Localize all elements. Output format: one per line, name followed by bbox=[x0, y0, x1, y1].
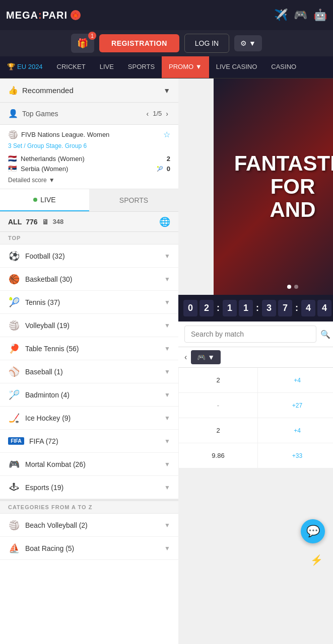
nav-label-casino: CASINO bbox=[271, 63, 296, 70]
top-games-left: 👤 Top Games bbox=[8, 109, 58, 118]
login-button[interactable]: LOG IN bbox=[184, 34, 229, 53]
lightning-icon: ⚡ bbox=[310, 554, 323, 566]
sport-name-mortal-kombat: Mortal Kombat (26) bbox=[25, 460, 86, 468]
badminton-icon: 🏸 bbox=[8, 389, 20, 400]
countdown-sep2: : bbox=[255, 303, 260, 313]
sport-item-football[interactable]: ⚽ Football (32) ▼ bbox=[0, 245, 178, 268]
live-sports-tabs: LIVE SPORTS bbox=[0, 189, 178, 212]
sport-left-mortal-kombat: 🎮 Mortal Kombat (26) bbox=[8, 459, 86, 470]
top-games-prev-button[interactable]: ‹ bbox=[145, 109, 151, 119]
sport-item-volleyball[interactable]: 🏐 Volleyball (19) ▼ bbox=[0, 314, 178, 337]
odds-cell-4-2[interactable]: +33 bbox=[257, 443, 333, 468]
nav-label-sports: SPORTS bbox=[128, 63, 155, 70]
team1-score-value: 2 bbox=[167, 155, 170, 163]
ice-hockey-icon: 🏒 bbox=[8, 413, 20, 424]
team2-score: 🎾 0 bbox=[157, 165, 170, 173]
cat-name-boat-racing: Boat Racing (5) bbox=[25, 544, 74, 552]
odds-cell-1-2[interactable]: +4 bbox=[257, 368, 333, 392]
globe-icon: 🌐 bbox=[159, 216, 170, 227]
gift-button[interactable]: 🎁 1 bbox=[71, 34, 94, 53]
sport-item-table-tennis[interactable]: 🏓 Table Tennis (56) ▼ bbox=[0, 337, 178, 360]
top-games-next-button[interactable]: › bbox=[164, 109, 170, 119]
filter-bar: ‹ 🎮 ▼ bbox=[178, 347, 333, 368]
chat-button[interactable]: 💬 bbox=[301, 519, 325, 543]
sport-item-esports[interactable]: 🕹 Esports (19) ▼ bbox=[0, 476, 178, 499]
chevron-icon-cat-boat-racing: ▼ bbox=[164, 545, 170, 552]
filter-gamepad-button[interactable]: 🎮 ▼ bbox=[191, 350, 221, 364]
sport-name-tennis: Tennis (37) bbox=[25, 298, 60, 306]
star-icon[interactable]: ☆ bbox=[163, 130, 170, 139]
nav-item-sports[interactable]: SPORTS bbox=[121, 56, 162, 78]
nav-item-casino[interactable]: CASINO bbox=[264, 56, 303, 78]
odds-cell-1-1[interactable]: 2 bbox=[178, 368, 257, 392]
sport-name-baseball: Baseball (1) bbox=[25, 368, 63, 376]
recommended-label: Recommended bbox=[22, 86, 74, 95]
banner-line1: FANTASTIC bbox=[234, 151, 333, 175]
filter-chevron-left-icon[interactable]: ‹ bbox=[184, 353, 187, 362]
nav-item-live[interactable]: LIVE bbox=[93, 56, 121, 78]
settings-button[interactable]: ⚙ ▼ bbox=[234, 35, 262, 51]
sport-item-mortal-kombat[interactable]: 🎮 Mortal Kombat (26) ▼ bbox=[0, 453, 178, 476]
banner-area: FANTASTIC FOR AND › bbox=[214, 78, 333, 295]
odds-row-2: - +27 bbox=[178, 393, 333, 418]
odds-cell-2-1[interactable]: - bbox=[178, 393, 257, 418]
odds-row-3: 2 +4 bbox=[178, 418, 333, 443]
table-tennis-icon: 🏓 bbox=[8, 343, 20, 354]
odds-row-4: 9.86 +33 bbox=[178, 443, 333, 468]
countdown-d0: 0 bbox=[183, 300, 197, 316]
sport-name-esports: Esports (19) bbox=[25, 484, 63, 492]
odds-cell-2-2[interactable]: +27 bbox=[257, 393, 333, 418]
team2-info: 🇷🇸 Serbia (Women) bbox=[8, 165, 68, 173]
main-area: 👍 Recommended ▼ 👤 Top Games ‹ 1/5 › 🏐 FI bbox=[0, 78, 333, 644]
tab-sports[interactable]: SPORTS bbox=[89, 189, 178, 211]
nav-item-promo[interactable]: PROMO ▼ bbox=[162, 56, 209, 78]
nav-item-live-casino[interactable]: LIVE CASINO bbox=[209, 56, 264, 78]
header-icons: ✈️ 🎮 🤖 bbox=[274, 9, 327, 22]
odds-cell-3-2[interactable]: +4 bbox=[257, 418, 333, 443]
nav-label-promo: PROMO ▼ bbox=[169, 63, 202, 70]
top-games-label: Top Games bbox=[22, 110, 58, 118]
sport-item-baseball[interactable]: ⚾ Baseball (1) ▼ bbox=[0, 360, 178, 383]
nav-label-live: LIVE bbox=[100, 63, 114, 70]
cat-left-boat-racing: ⛵ Boat Racing (5) bbox=[8, 543, 74, 554]
all-count-left: ALL 776 🖥 348 bbox=[8, 218, 63, 226]
chevron-icon-ice-hockey: ▼ bbox=[164, 415, 170, 422]
sport-left-tennis: 🎾 Tennis (37) bbox=[8, 297, 60, 308]
sport-left-esports: 🕹 Esports (19) bbox=[8, 482, 63, 493]
nav-item-eu2024[interactable]: 🏆 EU 2024 bbox=[0, 56, 50, 78]
sport-item-ice-hockey[interactable]: 🏒 Ice Hockey (9) ▼ bbox=[0, 407, 178, 430]
sport-name-ice-hockey: Ice Hockey (9) bbox=[25, 414, 71, 422]
search-input[interactable] bbox=[184, 326, 316, 343]
football-icon: ⚽ bbox=[8, 251, 20, 262]
nav-label-cricket: CRICKET bbox=[57, 63, 86, 70]
chevron-icon-fifa: ▼ bbox=[164, 438, 170, 445]
odds-cell-4-1[interactable]: 9.86 bbox=[178, 443, 257, 468]
odds-cell-3-1[interactable]: 2 bbox=[178, 418, 257, 443]
cat-name-beach-volleyball: Beach Volleyball (2) bbox=[25, 521, 88, 529]
chevron-icon-football: ▼ bbox=[164, 253, 170, 260]
match-card: 🏐 FIVB Nations League. Women ☆ 3 Set / G… bbox=[0, 125, 178, 189]
monitor-icon: 🖥 bbox=[42, 218, 49, 226]
match-header-left: 🏐 FIVB Nations League. Women bbox=[8, 130, 109, 139]
recommended-bar[interactable]: 👍 Recommended ▼ bbox=[0, 78, 178, 103]
sport-name-volleyball: Volleyball (19) bbox=[25, 321, 70, 330]
sport-item-basketball[interactable]: 🏀 Basketball (30) ▼ bbox=[0, 268, 178, 291]
team1-flag-icon: 🇳🇱 bbox=[8, 154, 17, 163]
sport-item-tennis[interactable]: 🎾 Tennis (37) ▼ bbox=[0, 291, 178, 314]
registration-button[interactable]: REGISTRATION bbox=[99, 34, 179, 52]
baseball-icon: ⚾ bbox=[8, 366, 20, 377]
detailed-score[interactable]: Detailed score ▼ bbox=[8, 177, 170, 184]
sport-item-badminton[interactable]: 🏸 Badminton (4) ▼ bbox=[0, 383, 178, 407]
countdown-sep1: : bbox=[216, 303, 221, 313]
category-item-beach-volleyball[interactable]: 🏐 Beach Volleyball (2) ▼ bbox=[0, 514, 178, 537]
category-item-boat-racing[interactable]: ⛵ Boat Racing (5) ▼ bbox=[0, 537, 178, 560]
match-league: FIVB Nations League. Women bbox=[21, 131, 109, 138]
search-button[interactable]: 🔍 bbox=[320, 330, 330, 339]
tab-live[interactable]: LIVE bbox=[0, 189, 89, 211]
nav-item-cricket[interactable]: CRICKET bbox=[50, 56, 93, 78]
sport-item-fifa[interactable]: FIFA FIFA (72) ▼ bbox=[0, 430, 178, 453]
countdown-sep3: : bbox=[294, 303, 299, 313]
header: MEGA:PARI 🍁 ✈️ 🎮 🤖 bbox=[0, 0, 333, 30]
thumbs-up-icon: 👍 bbox=[8, 86, 18, 95]
monitor-count: 348 bbox=[53, 218, 64, 225]
